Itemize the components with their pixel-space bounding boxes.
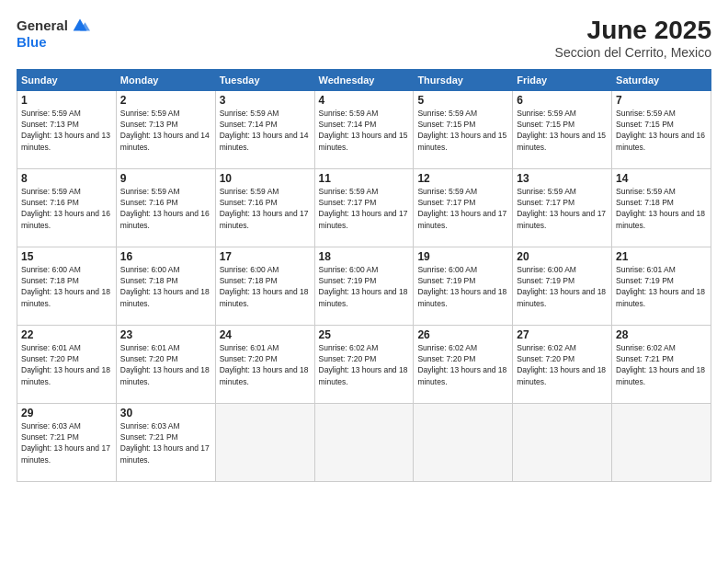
day-info: Sunrise: 6:01 AMSunset: 7:20 PMDaylight:… (21, 342, 112, 387)
day-info: Sunrise: 6:00 AMSunset: 7:19 PMDaylight:… (517, 264, 608, 309)
table-row: 15Sunrise: 6:00 AMSunset: 7:18 PMDayligh… (17, 247, 117, 325)
col-sunday: Sunday (17, 69, 117, 90)
table-row: 7Sunrise: 5:59 AMSunset: 7:15 PMDaylight… (612, 90, 711, 168)
calendar-week-row: 29Sunrise: 6:03 AMSunset: 7:21 PMDayligh… (17, 403, 711, 481)
table-row: 23Sunrise: 6:01 AMSunset: 7:20 PMDayligh… (116, 325, 215, 403)
day-number: 9 (120, 172, 211, 185)
col-saturday: Saturday (612, 69, 711, 90)
day-number: 21 (616, 250, 707, 263)
day-info: Sunrise: 5:59 AMSunset: 7:16 PMDaylight:… (220, 186, 311, 231)
table-row: 20Sunrise: 6:00 AMSunset: 7:19 PMDayligh… (513, 247, 612, 325)
logo: General Blue (17, 17, 90, 51)
day-number: 7 (616, 94, 707, 107)
table-row: 10Sunrise: 5:59 AMSunset: 7:16 PMDayligh… (215, 168, 314, 247)
calendar-header-row: Sunday Monday Tuesday Wednesday Thursday… (17, 69, 711, 90)
day-number: 24 (220, 328, 311, 341)
day-number: 8 (21, 172, 112, 185)
day-number: 30 (120, 407, 211, 419)
day-info: Sunrise: 6:03 AMSunset: 7:21 PMDaylight:… (21, 420, 112, 465)
day-number: 20 (517, 250, 608, 263)
day-info: Sunrise: 6:00 AMSunset: 7:19 PMDaylight:… (319, 264, 410, 309)
table-row: 25Sunrise: 6:02 AMSunset: 7:20 PMDayligh… (314, 325, 414, 403)
day-info: Sunrise: 5:59 AMSunset: 7:14 PMDaylight:… (319, 108, 410, 153)
day-number: 10 (220, 172, 311, 185)
day-info: Sunrise: 5:59 AMSunset: 7:13 PMDaylight:… (21, 108, 112, 153)
table-row: 6Sunrise: 5:59 AMSunset: 7:15 PMDaylight… (513, 90, 612, 168)
day-info: Sunrise: 6:00 AMSunset: 7:18 PMDaylight:… (120, 264, 211, 309)
col-wednesday: Wednesday (314, 69, 414, 90)
day-info: Sunrise: 6:00 AMSunset: 7:18 PMDaylight:… (21, 264, 112, 309)
day-number: 26 (417, 328, 508, 341)
col-friday: Friday (513, 69, 612, 90)
table-row: 14Sunrise: 5:59 AMSunset: 7:18 PMDayligh… (612, 168, 711, 247)
day-info: Sunrise: 6:02 AMSunset: 7:20 PMDaylight:… (319, 342, 410, 387)
day-number: 17 (220, 250, 311, 263)
day-number: 15 (21, 250, 112, 263)
day-info: Sunrise: 5:59 AMSunset: 7:17 PMDaylight:… (517, 186, 608, 231)
calendar-subtitle: Seccion del Cerrito, Mexico (555, 45, 711, 60)
table-row: 8Sunrise: 5:59 AMSunset: 7:16 PMDaylight… (17, 168, 117, 247)
table-row: 30Sunrise: 6:03 AMSunset: 7:21 PMDayligh… (116, 403, 215, 481)
calendar-week-row: 8Sunrise: 5:59 AMSunset: 7:16 PMDaylight… (17, 168, 711, 247)
table-row: 28Sunrise: 6:02 AMSunset: 7:21 PMDayligh… (612, 325, 711, 403)
day-number: 5 (417, 94, 508, 107)
table-row (314, 403, 414, 481)
day-number: 18 (319, 250, 410, 263)
table-row: 3Sunrise: 5:59 AMSunset: 7:14 PMDaylight… (215, 90, 314, 168)
col-monday: Monday (116, 69, 215, 90)
table-row (513, 403, 612, 481)
day-info: Sunrise: 6:01 AMSunset: 7:20 PMDaylight:… (220, 342, 311, 387)
table-row (414, 403, 513, 481)
table-row: 11Sunrise: 5:59 AMSunset: 7:17 PMDayligh… (314, 168, 414, 247)
day-info: Sunrise: 5:59 AMSunset: 7:13 PMDaylight:… (120, 108, 211, 153)
day-number: 28 (616, 328, 707, 341)
day-number: 27 (517, 328, 608, 341)
day-info: Sunrise: 5:59 AMSunset: 7:15 PMDaylight:… (616, 108, 707, 153)
day-number: 22 (21, 328, 112, 341)
logo-icon (70, 15, 90, 35)
day-info: Sunrise: 5:59 AMSunset: 7:14 PMDaylight:… (220, 108, 311, 153)
logo-text: General (17, 18, 68, 34)
day-number: 19 (417, 250, 508, 263)
day-info: Sunrise: 5:59 AMSunset: 7:18 PMDaylight:… (616, 186, 707, 231)
day-info: Sunrise: 6:02 AMSunset: 7:20 PMDaylight:… (517, 342, 608, 387)
day-number: 11 (319, 172, 410, 185)
day-info: Sunrise: 6:01 AMSunset: 7:19 PMDaylight:… (616, 264, 707, 309)
table-row: 16Sunrise: 6:00 AMSunset: 7:18 PMDayligh… (116, 247, 215, 325)
day-info: Sunrise: 6:01 AMSunset: 7:20 PMDaylight:… (120, 342, 211, 387)
day-number: 2 (120, 94, 211, 107)
day-number: 25 (319, 328, 410, 341)
day-number: 16 (120, 250, 211, 263)
title-block: June 2025 Seccion del Cerrito, Mexico (555, 17, 711, 60)
table-row: 17Sunrise: 6:00 AMSunset: 7:18 PMDayligh… (215, 247, 314, 325)
day-number: 14 (616, 172, 707, 185)
table-row: 12Sunrise: 5:59 AMSunset: 7:17 PMDayligh… (414, 168, 513, 247)
day-info: Sunrise: 6:03 AMSunset: 7:21 PMDaylight:… (120, 420, 211, 465)
table-row (215, 403, 314, 481)
table-row: 24Sunrise: 6:01 AMSunset: 7:20 PMDayligh… (215, 325, 314, 403)
header: General Blue June 2025 Seccion del Cerri… (17, 17, 711, 60)
table-row: 5Sunrise: 5:59 AMSunset: 7:15 PMDaylight… (414, 90, 513, 168)
table-row (612, 403, 711, 481)
day-number: 23 (120, 328, 211, 341)
day-number: 12 (417, 172, 508, 185)
table-row: 2Sunrise: 5:59 AMSunset: 7:13 PMDaylight… (116, 90, 215, 168)
table-row: 1Sunrise: 5:59 AMSunset: 7:13 PMDaylight… (17, 90, 117, 168)
day-info: Sunrise: 6:02 AMSunset: 7:20 PMDaylight:… (417, 342, 508, 387)
calendar-week-row: 1Sunrise: 5:59 AMSunset: 7:13 PMDaylight… (17, 90, 711, 168)
table-row: 13Sunrise: 5:59 AMSunset: 7:17 PMDayligh… (513, 168, 612, 247)
table-row: 21Sunrise: 6:01 AMSunset: 7:19 PMDayligh… (612, 247, 711, 325)
calendar-week-row: 15Sunrise: 6:00 AMSunset: 7:18 PMDayligh… (17, 247, 711, 325)
table-row: 19Sunrise: 6:00 AMSunset: 7:19 PMDayligh… (414, 247, 513, 325)
day-info: Sunrise: 6:02 AMSunset: 7:21 PMDaylight:… (616, 342, 707, 387)
logo-subtext: Blue (17, 35, 47, 51)
page: General Blue June 2025 Seccion del Cerri… (0, 0, 728, 563)
day-info: Sunrise: 5:59 AMSunset: 7:15 PMDaylight:… (417, 108, 508, 153)
day-number: 3 (220, 94, 311, 107)
day-number: 13 (517, 172, 608, 185)
calendar-title: June 2025 (555, 17, 711, 45)
day-number: 1 (21, 94, 112, 107)
day-info: Sunrise: 5:59 AMSunset: 7:16 PMDaylight:… (120, 186, 211, 231)
day-number: 4 (319, 94, 410, 107)
table-row: 18Sunrise: 6:00 AMSunset: 7:19 PMDayligh… (314, 247, 414, 325)
